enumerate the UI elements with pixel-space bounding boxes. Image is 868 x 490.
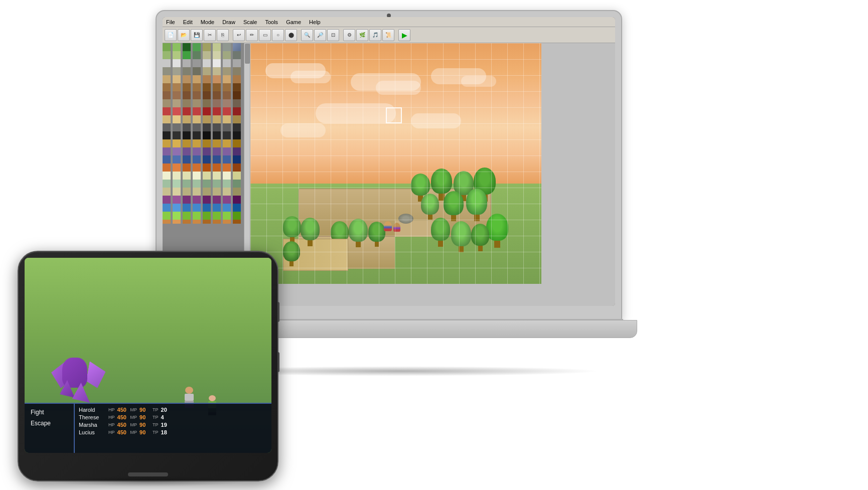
mp-label-marsha: MP bbox=[130, 422, 137, 427]
tp-value-therese: 4 bbox=[161, 414, 172, 420]
hp-value-marsha: 450 bbox=[117, 422, 128, 428]
phone-shadow bbox=[48, 476, 248, 486]
toolbar-ellipse[interactable]: ○ bbox=[272, 29, 284, 41]
mp-label-lucius: MP bbox=[130, 430, 137, 435]
toolbar-new[interactable]: 📄 bbox=[165, 29, 177, 41]
mp-label-therese: MP bbox=[130, 415, 137, 420]
toolbar-copy[interactable]: ⎘ bbox=[217, 29, 229, 41]
menu-tools[interactable]: Tools bbox=[263, 19, 279, 25]
toolbar-zoom-reset[interactable]: ⊡ bbox=[327, 29, 339, 41]
editor-toolbar: 📄 📂 💾 ✂ ⎘ ↩ ✏ ▭ ○ ⬤ 🔍 🔎 ⊡ ⚙ bbox=[163, 27, 615, 43]
enemy-sprite bbox=[52, 353, 107, 403]
menu-draw[interactable]: Draw bbox=[221, 19, 237, 25]
battle-stats: Harold HP 450 MP 90 TP 20 Therese HP bbox=[75, 404, 271, 453]
mp-value-harold: 90 bbox=[139, 407, 151, 413]
fight-button[interactable]: Fight bbox=[29, 408, 70, 417]
mp-value-therese: 90 bbox=[139, 414, 151, 420]
tp-label-lucius: TP bbox=[153, 430, 159, 435]
editor-menubar: File Edit Mode Draw Scale Tools Game Hel… bbox=[163, 17, 615, 27]
char-row-lucius: Lucius HP 450 MP 90 TP 18 bbox=[79, 429, 267, 435]
menu-game[interactable]: Game bbox=[284, 19, 303, 25]
phone-side-button-top[interactable] bbox=[277, 302, 279, 322]
battle-menu: Fight Escape bbox=[25, 404, 75, 453]
char-name-marsha: Marsha bbox=[79, 422, 106, 428]
phone-body: Fight Escape Harold HP 450 MP 90 TP bbox=[18, 251, 278, 481]
tp-label-therese: TP bbox=[153, 415, 159, 420]
map-area[interactable] bbox=[250, 43, 615, 306]
hp-label-lucius: HP bbox=[108, 430, 115, 435]
mp-value-lucius: 90 bbox=[139, 429, 151, 435]
phone-device: Fight Escape Harold HP 450 MP 90 TP bbox=[18, 251, 278, 481]
toolbar-settings[interactable]: ⚙ bbox=[343, 29, 355, 41]
toolbar-open[interactable]: 📂 bbox=[178, 29, 190, 41]
toolbar-save[interactable]: 💾 bbox=[191, 29, 203, 41]
char-name-lucius: Lucius bbox=[79, 429, 106, 435]
hp-value-lucius: 450 bbox=[117, 429, 128, 435]
menu-edit[interactable]: Edit bbox=[182, 19, 194, 25]
toolbar-rect[interactable]: ▭ bbox=[259, 29, 271, 41]
char-name-harold: Harold bbox=[79, 407, 106, 413]
sky-area bbox=[250, 43, 541, 184]
hp-label-harold: HP bbox=[108, 407, 115, 412]
enemy-wing-right bbox=[85, 361, 107, 389]
tp-label-marsha: TP bbox=[153, 422, 159, 427]
hp-label-marsha: HP bbox=[108, 422, 115, 427]
toolbar-audio[interactable]: 🎵 bbox=[369, 29, 381, 41]
phone-side-button-bottom[interactable] bbox=[277, 352, 279, 372]
char-name-therese: Therese bbox=[79, 414, 106, 420]
hp-label-therese: HP bbox=[108, 415, 115, 420]
phone-bottom-bar bbox=[128, 472, 168, 476]
tileset-grid[interactable] bbox=[163, 43, 250, 260]
tp-value-harold: 20 bbox=[161, 407, 172, 413]
phone-screen: Fight Escape Harold HP 450 MP 90 TP bbox=[25, 258, 271, 453]
menu-file[interactable]: File bbox=[165, 19, 177, 25]
toolbar-zoom-in[interactable]: 🔍 bbox=[301, 29, 313, 41]
toolbar-cut[interactable]: ✂ bbox=[204, 29, 216, 41]
toolbar-zoom-out[interactable]: 🔎 bbox=[314, 29, 326, 41]
toolbar-play[interactable]: ▶ bbox=[398, 29, 410, 41]
rpg-map-canvas bbox=[250, 43, 541, 284]
menu-scale[interactable]: Scale bbox=[242, 19, 259, 25]
escape-button[interactable]: Escape bbox=[29, 419, 70, 428]
mp-value-marsha: 90 bbox=[139, 422, 151, 428]
toolbar-script[interactable]: 📜 bbox=[382, 29, 394, 41]
menu-help[interactable]: Help bbox=[308, 19, 322, 25]
toolbar-pencil[interactable]: ✏ bbox=[246, 29, 258, 41]
tp-value-marsha: 19 bbox=[161, 422, 172, 428]
menu-mode[interactable]: Mode bbox=[199, 19, 216, 25]
char-row-harold: Harold HP 450 MP 90 TP 20 bbox=[79, 407, 267, 413]
toolbar-resources[interactable]: 🌿 bbox=[356, 29, 368, 41]
hp-value-therese: 450 bbox=[117, 414, 128, 420]
char-row-therese: Therese HP 450 MP 90 TP 4 bbox=[79, 414, 267, 420]
toolbar-undo[interactable]: ↩ bbox=[233, 29, 245, 41]
toolbar-fill[interactable]: ⬤ bbox=[285, 29, 297, 41]
battle-scene: Fight Escape Harold HP 450 MP 90 TP bbox=[25, 258, 271, 453]
tp-value-lucius: 18 bbox=[161, 429, 172, 435]
hp-value-harold: 450 bbox=[117, 407, 128, 413]
mp-label-harold: MP bbox=[130, 407, 137, 412]
battle-ui: Fight Escape Harold HP 450 MP 90 TP bbox=[25, 403, 271, 453]
gray-area-right bbox=[550, 43, 615, 284]
tp-label-harold: TP bbox=[153, 407, 159, 412]
char-row-marsha: Marsha HP 450 MP 90 TP 19 bbox=[79, 422, 267, 428]
